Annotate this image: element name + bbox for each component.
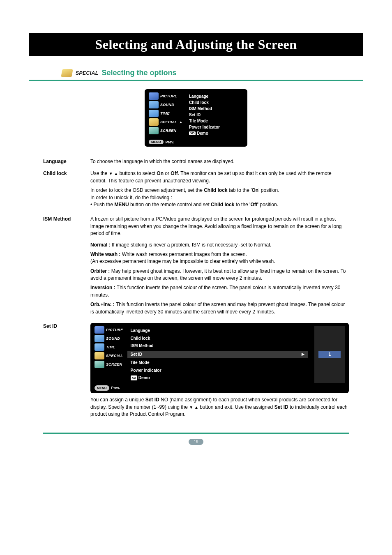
tab-time: TIME <box>149 110 182 117</box>
section-title: Selecting the options <box>102 69 177 77</box>
page-number-wrap: 19 <box>29 439 363 445</box>
osd-item: Child lock <box>131 336 305 342</box>
row-language: Language To choose the language in which… <box>43 158 349 165</box>
osd-main-wrap: PICTURE SOUND TIME SPECIAL ▸ SCREEN Lang… <box>29 89 363 147</box>
down-up-arrow-icon: ▼ ▲ <box>189 405 198 410</box>
osd-item-demo: XD Demo <box>189 131 220 136</box>
osd-item-selected: Set ID ▶ <box>127 351 308 359</box>
osd-tabs: PICTURE SOUND TIME SPECIAL ▸ SCREEN <box>149 92 182 137</box>
tab-sound: SOUND <box>149 101 182 108</box>
row-childlock: Child lock Use the ▼ ▲ buttons to select… <box>43 170 349 211</box>
special-icon <box>61 69 73 77</box>
osd-item: Set ID <box>189 113 220 117</box>
label-setid: Set ID <box>43 323 82 420</box>
osd-footer: MENU Prev. <box>149 140 243 144</box>
osd-item: ISM Method <box>131 343 305 349</box>
row-ism: ISM Method A frozen or still picture fro… <box>43 216 349 318</box>
page-number: 19 <box>189 439 203 445</box>
osd-item: ISM Method <box>189 106 220 111</box>
osd-setid-footer: MENU Prev. <box>95 385 345 391</box>
down-up-arrow-icon: ▼ ▲ <box>109 171 118 176</box>
osd-setid: PICTURE SOUND TIME SPECIAL SCREEN Langua… <box>90 323 349 393</box>
chevron-right-icon: ▶ <box>302 352 304 357</box>
page-title-bar: Selecting and Adjusting the Screen <box>29 33 363 56</box>
tab-sound: SOUND <box>95 335 123 342</box>
body-language: To choose the language in which the cont… <box>90 158 349 165</box>
section-header: SPECIAL Selecting the options <box>29 69 363 81</box>
footer-rule <box>43 433 349 434</box>
osd-item: Tile Mode <box>189 119 220 123</box>
body-setid: PICTURE SOUND TIME SPECIAL SCREEN Langua… <box>90 323 349 420</box>
row-setid: Set ID PICTURE SOUND TIME SPECIAL SCREEN… <box>43 323 349 420</box>
osd-item: Tile Mode <box>131 360 305 366</box>
tab-screen: SCREEN <box>149 127 182 134</box>
xd-icon: XD <box>131 375 137 380</box>
tab-special: SPECIAL ▸ <box>149 118 182 126</box>
label-language: Language <box>43 158 82 165</box>
osd-setid-items: Language Child lock ISM Method Set ID ▶ … <box>127 326 308 383</box>
tab-time: TIME <box>95 343 123 351</box>
tab-special: SPECIAL <box>95 352 123 359</box>
menu-pill: MENU <box>95 385 109 391</box>
body-childlock: Use the ▼ ▲ buttons to select On or Off.… <box>90 170 349 211</box>
tab-picture: PICTURE <box>95 326 123 334</box>
osd-item: Language <box>131 328 305 334</box>
setid-value: 1 <box>318 351 341 359</box>
label-ism: ISM Method <box>43 216 82 318</box>
osd-item: Language <box>189 94 220 99</box>
body-ism: A frozen or still picture from a PC/Vide… <box>90 216 349 318</box>
tab-screen: SCREEN <box>95 361 123 368</box>
osd-items: Language Child lock ISM Method Set ID Ti… <box>186 92 223 137</box>
tab-picture: PICTURE <box>149 92 182 100</box>
osd-item: Child lock <box>189 100 220 105</box>
page-title: Selecting and Adjusting the Screen <box>29 37 363 52</box>
label-childlock: Child lock <box>43 170 82 211</box>
osd-item: Power Indicator <box>131 368 305 374</box>
xd-icon: XD <box>189 131 196 135</box>
menu-pill: MENU <box>149 140 164 144</box>
osd-value-panel: 1 <box>314 326 345 383</box>
osd-setid-tabs: PICTURE SOUND TIME SPECIAL SCREEN <box>95 326 123 383</box>
osd-item-demo: XD Demo <box>131 375 305 381</box>
section-badge: SPECIAL <box>76 70 99 76</box>
osd-main: PICTURE SOUND TIME SPECIAL ▸ SCREEN Lang… <box>145 89 247 147</box>
osd-item: Power Indicator <box>189 125 220 129</box>
